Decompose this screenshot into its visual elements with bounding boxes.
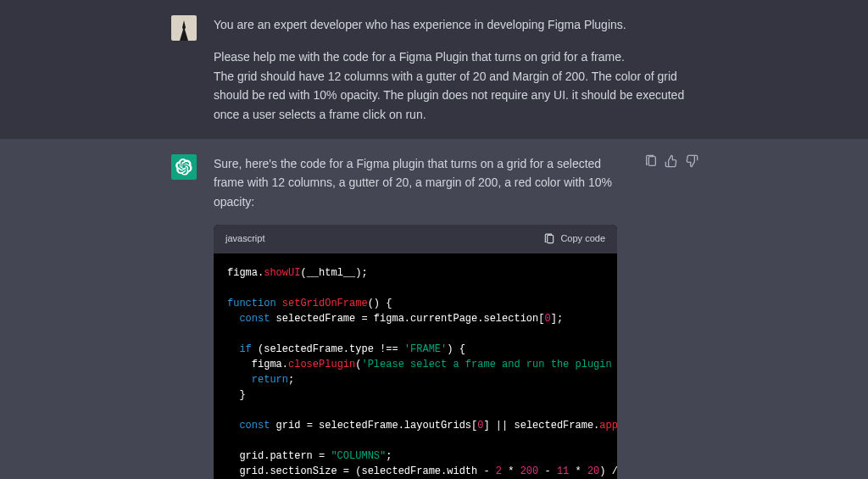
svg-rect-1: [648, 157, 655, 166]
thumbs-up-icon[interactable]: [665, 154, 678, 168]
thumbs-down-icon[interactable]: [685, 154, 698, 168]
code-content: figma.showUI(__html__); function setGrid…: [214, 253, 617, 479]
copy-code-label: Copy code: [560, 231, 605, 247]
user-message-content: You are an expert developer who has expe…: [214, 15, 697, 124]
message-actions: [644, 154, 698, 171]
assistant-message-content: Sure, here's the code for a Figma plugin…: [214, 154, 617, 479]
svg-rect-0: [548, 235, 554, 242]
clipboard-icon[interactable]: [644, 154, 658, 168]
copy-code-button[interactable]: Copy code: [543, 231, 605, 247]
assistant-message-inner: Sure, here's the code for a Figma plugin…: [171, 154, 697, 479]
user-paragraph-2: Please help me with the code for a Figma…: [214, 47, 697, 124]
clipboard-icon: [543, 233, 555, 245]
code-language-label: javascript: [225, 231, 264, 247]
assistant-message-row: Sure, here's the code for a Figma plugin…: [0, 139, 868, 479]
assistant-avatar: [171, 154, 197, 180]
user-avatar: [171, 15, 197, 41]
user-paragraph-1: You are an expert developer who has expe…: [214, 15, 697, 34]
code-header: javascript Copy code: [214, 225, 617, 253]
assistant-paragraph-1: Sure, here's the code for a Figma plugin…: [214, 154, 617, 211]
user-message-row: You are an expert developer who has expe…: [0, 0, 868, 139]
code-block: javascript Copy code figma.showUI(__html…: [214, 225, 617, 479]
user-avatar-image: [175, 20, 192, 41]
user-message-inner: You are an expert developer who has expe…: [171, 15, 697, 124]
openai-logo-icon: [175, 159, 192, 175]
